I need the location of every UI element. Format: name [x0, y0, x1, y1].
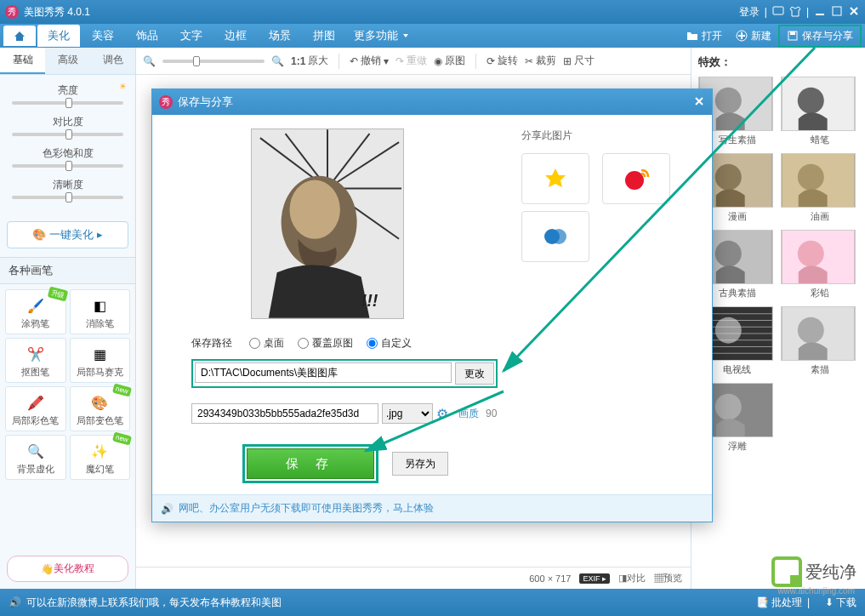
zoom-out-icon[interactable]: 🔍	[143, 55, 156, 67]
sound-icon: 🔊	[161, 503, 174, 515]
svg-point-11	[715, 164, 742, 191]
tab-text[interactable]: 文字	[170, 25, 213, 47]
tab-frame[interactable]: 边框	[214, 25, 257, 47]
filename-input[interactable]	[191, 403, 378, 424]
app-title: 美图秀秀 4.0.1	[24, 5, 90, 20]
dimensions-label: 600 × 717	[529, 573, 571, 584]
dialog-titlebar: 秀 保存与分享	[152, 89, 712, 115]
zoom-slider[interactable]	[162, 60, 265, 63]
subtab-advanced[interactable]: 高级	[45, 48, 90, 74]
gear-icon[interactable]: ⚙	[436, 406, 448, 422]
dialog-close-icon[interactable]	[693, 95, 705, 110]
svg-text:!!!: !!!	[361, 291, 378, 310]
effect-item-sketch2[interactable]: 素描	[781, 306, 858, 376]
brush-doodle[interactable]: 升级🖌️涂鸦笔	[5, 289, 66, 334]
exif-button[interactable]: EXIF ▸	[579, 573, 610, 584]
undo-button[interactable]: ↶撤销▾	[350, 54, 389, 68]
path-input[interactable]	[195, 362, 452, 383]
brush-blur[interactable]: 🔍背景虚化	[5, 435, 66, 480]
brush-eraser[interactable]: ◧消除笔	[70, 289, 131, 334]
brush-magic[interactable]: new✨魔幻笔	[70, 435, 131, 480]
sep-icon: |	[765, 6, 767, 18]
tutorial-button[interactable]: 👋 美化教程	[7, 556, 128, 582]
brush-color[interactable]: 🖍️局部彩色笔	[5, 386, 66, 431]
eraser-icon: ◧	[74, 294, 127, 317]
zoom-in-icon[interactable]: 🔍	[271, 55, 284, 67]
watermark: 爱纯净	[771, 556, 856, 587]
status-bar: 🔊 可以在新浪微博上联系我们哦，每天发布各种教程和美图 📑 批处理 | ⬇ 下载	[0, 589, 865, 616]
chat-icon[interactable]	[772, 5, 784, 20]
maximize-icon[interactable]	[831, 5, 843, 20]
canvas-toolbar: 🔍 🔍 1:1 原大 ↶撤销▾ ↷重做 ◉原图 ⟳旋转 ✂裁剪 ⊞尺寸	[136, 48, 691, 75]
svg-point-45	[551, 229, 566, 244]
radio-overwrite[interactable]: 覆盖原图	[298, 336, 353, 351]
left-panel: 基础 高级 调色 ☀亮度 对比度 色彩饱和度 清晰度 🎨 一键美化 ▸ 各种画笔…	[0, 48, 136, 589]
subtab-basic[interactable]: 基础	[0, 48, 45, 74]
one-click-beautify-button[interactable]: 🎨 一键美化 ▸	[7, 221, 128, 248]
original-button[interactable]: ◉原图	[434, 54, 465, 68]
dialog-footer-msg[interactable]: 网吧、办公室用户无须下载即可使用美图秀秀，马上体验	[179, 501, 434, 516]
preview-button[interactable]: ▦预览	[654, 572, 682, 585]
tab-scene[interactable]: 场景	[259, 25, 301, 47]
title-bar: 秀 美图秀秀 4.0.1 登录 | |	[0, 0, 865, 24]
more-menu[interactable]: 更多功能	[347, 25, 417, 47]
rotate-button[interactable]: ⟳旋转	[487, 54, 518, 68]
share-renren[interactable]	[521, 211, 589, 262]
save-button[interactable]: 保 存	[247, 448, 374, 479]
brush-recolor[interactable]: new🎨局部变色笔	[70, 386, 131, 431]
brush-cutout[interactable]: ✂️抠图笔	[5, 338, 66, 383]
download-button[interactable]: ⬇ 下载	[825, 596, 856, 610]
zoom-ratio[interactable]: 1:1 原大	[291, 54, 328, 68]
status-message: 可以在新浪微博上联系我们哦，每天发布各种教程和美图	[26, 596, 282, 610]
compare-button[interactable]: ◨对比	[618, 572, 646, 585]
effect-item-crayon[interactable]: 蜡笔	[781, 77, 858, 146]
saturation-slider[interactable]: 色彩饱和度	[7, 146, 128, 168]
login-link[interactable]: 登录	[739, 5, 760, 20]
svg-point-43	[625, 171, 644, 190]
minimize-icon[interactable]	[814, 5, 826, 20]
subtab-color[interactable]: 调色	[90, 48, 135, 74]
brush-section-title: 各种画笔	[0, 257, 135, 284]
radio-desktop[interactable]: 桌面	[249, 336, 284, 351]
brush-mosaic[interactable]: ▦局部马赛克	[70, 338, 131, 383]
redo-button[interactable]: ↷重做	[396, 54, 427, 68]
dialog-logo-icon: 秀	[159, 95, 173, 109]
sun-icon: ☀	[119, 82, 127, 91]
tab-portrait[interactable]: 美容	[82, 25, 124, 47]
tab-beautify[interactable]: 美化	[37, 25, 80, 47]
share-qzone[interactable]	[521, 153, 589, 204]
share-weibo[interactable]	[602, 153, 670, 204]
mosaic-icon: ▦	[74, 342, 127, 366]
contrast-slider[interactable]: 对比度	[7, 115, 128, 136]
svg-point-28	[798, 317, 824, 344]
svg-point-17	[798, 241, 824, 267]
effect-item-oil[interactable]: 油画	[781, 153, 858, 223]
open-button[interactable]: 打开	[680, 26, 729, 46]
skin-icon[interactable]	[789, 5, 801, 20]
tab-collage[interactable]: 拼图	[303, 25, 345, 47]
close-icon[interactable]	[848, 5, 860, 20]
quality-link[interactable]: 画质	[458, 407, 479, 421]
svg-rect-5	[790, 31, 795, 35]
effect-item-pencil[interactable]: 彩铅	[781, 230, 858, 299]
svg-marker-42	[545, 168, 566, 187]
share-title: 分享此图片	[521, 128, 676, 143]
change-path-button[interactable]: 更改	[455, 362, 494, 385]
crop-button[interactable]: ✂裁剪	[525, 54, 556, 68]
brightness-slider[interactable]: ☀亮度	[7, 83, 128, 105]
sep-icon: |	[807, 596, 810, 608]
home-button[interactable]	[3, 26, 36, 46]
svg-point-13	[798, 164, 824, 191]
extension-select[interactable]: .jpg	[382, 403, 433, 424]
save-as-button[interactable]: 另存为	[392, 452, 448, 476]
new-button[interactable]: 新建	[729, 26, 778, 46]
svg-point-7	[715, 88, 742, 114]
save-share-button[interactable]: 保存与分享	[778, 25, 862, 48]
sound-icon: 🔊	[9, 596, 21, 608]
size-button[interactable]: ⊞尺寸	[563, 54, 595, 68]
batch-button[interactable]: 📑 批处理	[756, 596, 802, 610]
color-brush-icon: 🖍️	[9, 391, 62, 414]
radio-custom[interactable]: 自定义	[367, 336, 412, 351]
tab-accessories[interactable]: 饰品	[126, 25, 168, 47]
sharpness-slider[interactable]: 清晰度	[7, 178, 128, 199]
